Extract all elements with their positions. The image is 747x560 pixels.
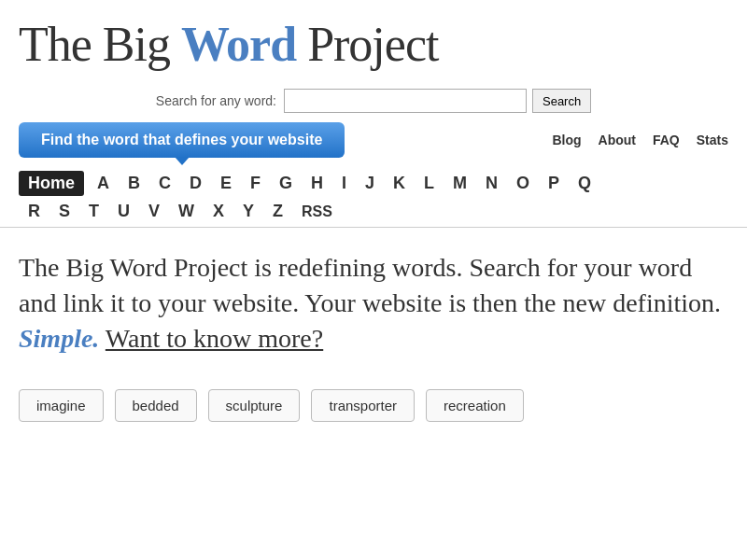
- alpha-item-c[interactable]: C: [149, 172, 180, 195]
- search-button[interactable]: Search: [532, 89, 591, 113]
- blue-banner[interactable]: Find the word that defines your website: [19, 122, 345, 158]
- word-tag-imagine[interactable]: imagine: [19, 389, 104, 422]
- top-nav-item-about[interactable]: About: [599, 133, 636, 147]
- site-title: The Big Word Project: [19, 17, 728, 72]
- alpha-item-e[interactable]: E: [211, 172, 241, 195]
- main-content: The Big Word Project is redefining words…: [0, 228, 747, 374]
- title-word: Word: [181, 18, 296, 71]
- alpha-item-home[interactable]: Home: [19, 171, 84, 196]
- title-part1: The Big: [19, 18, 181, 71]
- simple-link[interactable]: Simple.: [19, 324, 99, 353]
- banner-nav-row: Find the word that defines your website …: [0, 122, 747, 158]
- alpha-item-a[interactable]: A: [88, 172, 119, 195]
- search-input[interactable]: [284, 89, 527, 113]
- top-nav-item-blog[interactable]: Blog: [552, 133, 581, 147]
- top-nav-item-stats[interactable]: Stats: [697, 133, 728, 147]
- description: The Big Word Project is redefining words…: [19, 250, 728, 356]
- alpha-item-d[interactable]: D: [180, 172, 211, 195]
- alpha-nav: HomeABCDEFGHIJKLMNOPQ RSTUVWXYZRSS: [0, 158, 747, 228]
- alpha-item-b[interactable]: B: [119, 172, 149, 195]
- title-part2: Project: [296, 18, 438, 71]
- alpha-item-y[interactable]: Y: [233, 200, 263, 223]
- alpha-item-s[interactable]: S: [49, 200, 79, 223]
- top-nav-item-faq[interactable]: FAQ: [653, 133, 680, 147]
- alpha-item-h[interactable]: H: [302, 172, 332, 195]
- search-section: Search for any word: Search: [0, 81, 747, 122]
- alpha-item-t[interactable]: T: [79, 200, 108, 223]
- alpha-item-r[interactable]: R: [19, 200, 49, 223]
- word-tag-sculpture[interactable]: sculpture: [208, 389, 301, 422]
- alpha-item-w[interactable]: W: [169, 200, 204, 223]
- alpha-item-v[interactable]: V: [139, 200, 169, 223]
- alpha-item-n[interactable]: N: [476, 172, 507, 195]
- word-tags: imaginebeddedsculpturetransporterrecreat…: [0, 374, 747, 437]
- alpha-item-m[interactable]: M: [444, 172, 476, 195]
- alpha-row-2: RSTUVWXYZRSS: [19, 200, 728, 223]
- word-tag-recreation[interactable]: recreation: [426, 389, 524, 422]
- alpha-item-q[interactable]: Q: [569, 172, 600, 195]
- alpha-item-u[interactable]: U: [108, 200, 139, 223]
- search-label: Search for any word:: [156, 93, 276, 108]
- alpha-item-g[interactable]: G: [270, 172, 302, 195]
- word-tag-bedded[interactable]: bedded: [115, 389, 197, 422]
- title-section: The Big Word Project: [0, 0, 747, 81]
- alpha-item-l[interactable]: L: [415, 172, 444, 195]
- alpha-item-k[interactable]: K: [384, 172, 415, 195]
- word-tag-transporter[interactable]: transporter: [311, 389, 415, 422]
- top-nav: BlogAboutFAQStats: [552, 133, 728, 147]
- alpha-item-i[interactable]: I: [332, 172, 356, 195]
- alpha-item-z[interactable]: Z: [263, 200, 292, 223]
- alpha-item-j[interactable]: J: [356, 172, 384, 195]
- more-link[interactable]: Want to know more?: [106, 324, 323, 353]
- alpha-item-p[interactable]: P: [539, 172, 569, 195]
- alpha-item-f[interactable]: F: [241, 172, 270, 195]
- alpha-item-rss[interactable]: RSS: [292, 202, 342, 222]
- alpha-item-x[interactable]: X: [204, 200, 233, 223]
- alpha-row-1: HomeABCDEFGHIJKLMNOPQ: [19, 171, 728, 196]
- alpha-item-o[interactable]: O: [507, 172, 539, 195]
- description-text1: The Big Word Project is redefining words…: [19, 253, 721, 317]
